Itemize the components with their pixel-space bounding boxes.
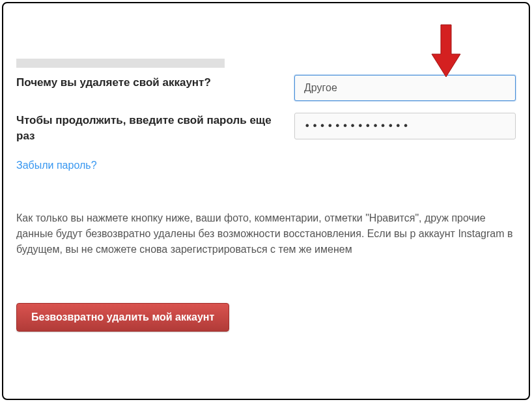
deletion-warning-text: Как только вы нажмете кнопку ниже, ваши … (16, 210, 516, 257)
delete-account-button[interactable]: Безвозвратно удалить мой аккаунт (16, 303, 229, 332)
password-input[interactable]: •••••••••••••• (294, 113, 516, 139)
arrow-down-icon (427, 22, 466, 83)
forgot-password-link[interactable]: Забыли пароль? (16, 160, 97, 171)
delete-reason-select[interactable]: Другое (294, 75, 516, 101)
reason-label: Почему вы удаляете свой аккаунт? (16, 75, 281, 91)
redacted-bar (16, 59, 225, 68)
password-label: Чтобы продолжить, введите свой пароль ещ… (16, 113, 281, 144)
